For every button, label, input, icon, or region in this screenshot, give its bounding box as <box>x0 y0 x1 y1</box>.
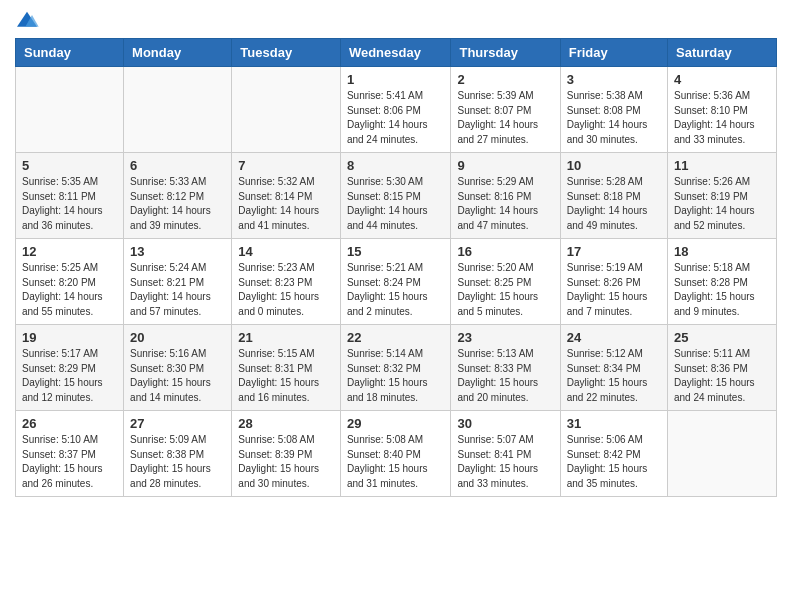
calendar-cell: 26Sunrise: 5:10 AM Sunset: 8:37 PM Dayli… <box>16 411 124 497</box>
day-number: 7 <box>238 158 334 173</box>
day-number: 1 <box>347 72 445 87</box>
calendar-week-row: 1Sunrise: 5:41 AM Sunset: 8:06 PM Daylig… <box>16 67 777 153</box>
day-detail: Sunrise: 5:29 AM Sunset: 8:16 PM Dayligh… <box>457 175 553 233</box>
day-number: 12 <box>22 244 117 259</box>
day-detail: Sunrise: 5:30 AM Sunset: 8:15 PM Dayligh… <box>347 175 445 233</box>
day-detail: Sunrise: 5:11 AM Sunset: 8:36 PM Dayligh… <box>674 347 770 405</box>
day-number: 21 <box>238 330 334 345</box>
day-number: 9 <box>457 158 553 173</box>
calendar-cell: 27Sunrise: 5:09 AM Sunset: 8:38 PM Dayli… <box>124 411 232 497</box>
calendar-week-row: 12Sunrise: 5:25 AM Sunset: 8:20 PM Dayli… <box>16 239 777 325</box>
day-detail: Sunrise: 5:08 AM Sunset: 8:40 PM Dayligh… <box>347 433 445 491</box>
day-detail: Sunrise: 5:07 AM Sunset: 8:41 PM Dayligh… <box>457 433 553 491</box>
day-number: 26 <box>22 416 117 431</box>
calendar-cell <box>16 67 124 153</box>
calendar-cell: 9Sunrise: 5:29 AM Sunset: 8:16 PM Daylig… <box>451 153 560 239</box>
day-detail: Sunrise: 5:06 AM Sunset: 8:42 PM Dayligh… <box>567 433 661 491</box>
day-detail: Sunrise: 5:41 AM Sunset: 8:06 PM Dayligh… <box>347 89 445 147</box>
day-detail: Sunrise: 5:09 AM Sunset: 8:38 PM Dayligh… <box>130 433 225 491</box>
calendar-cell: 5Sunrise: 5:35 AM Sunset: 8:11 PM Daylig… <box>16 153 124 239</box>
col-header-thursday: Thursday <box>451 39 560 67</box>
col-header-friday: Friday <box>560 39 667 67</box>
day-number: 28 <box>238 416 334 431</box>
calendar-cell: 29Sunrise: 5:08 AM Sunset: 8:40 PM Dayli… <box>340 411 451 497</box>
day-detail: Sunrise: 5:08 AM Sunset: 8:39 PM Dayligh… <box>238 433 334 491</box>
calendar-cell: 31Sunrise: 5:06 AM Sunset: 8:42 PM Dayli… <box>560 411 667 497</box>
calendar-week-row: 26Sunrise: 5:10 AM Sunset: 8:37 PM Dayli… <box>16 411 777 497</box>
day-detail: Sunrise: 5:10 AM Sunset: 8:37 PM Dayligh… <box>22 433 117 491</box>
day-number: 2 <box>457 72 553 87</box>
calendar-cell: 2Sunrise: 5:39 AM Sunset: 8:07 PM Daylig… <box>451 67 560 153</box>
day-number: 23 <box>457 330 553 345</box>
day-detail: Sunrise: 5:13 AM Sunset: 8:33 PM Dayligh… <box>457 347 553 405</box>
day-detail: Sunrise: 5:33 AM Sunset: 8:12 PM Dayligh… <box>130 175 225 233</box>
day-number: 18 <box>674 244 770 259</box>
day-detail: Sunrise: 5:38 AM Sunset: 8:08 PM Dayligh… <box>567 89 661 147</box>
calendar-cell: 30Sunrise: 5:07 AM Sunset: 8:41 PM Dayli… <box>451 411 560 497</box>
col-header-monday: Monday <box>124 39 232 67</box>
day-number: 8 <box>347 158 445 173</box>
logo <box>15 10 43 30</box>
calendar-header-row: SundayMondayTuesdayWednesdayThursdayFrid… <box>16 39 777 67</box>
calendar-cell: 10Sunrise: 5:28 AM Sunset: 8:18 PM Dayli… <box>560 153 667 239</box>
calendar-cell: 17Sunrise: 5:19 AM Sunset: 8:26 PM Dayli… <box>560 239 667 325</box>
day-number: 25 <box>674 330 770 345</box>
calendar-cell: 15Sunrise: 5:21 AM Sunset: 8:24 PM Dayli… <box>340 239 451 325</box>
calendar-cell: 28Sunrise: 5:08 AM Sunset: 8:39 PM Dayli… <box>232 411 341 497</box>
day-detail: Sunrise: 5:39 AM Sunset: 8:07 PM Dayligh… <box>457 89 553 147</box>
day-number: 15 <box>347 244 445 259</box>
logo-icon <box>15 10 39 30</box>
calendar-cell: 20Sunrise: 5:16 AM Sunset: 8:30 PM Dayli… <box>124 325 232 411</box>
day-detail: Sunrise: 5:17 AM Sunset: 8:29 PM Dayligh… <box>22 347 117 405</box>
calendar-cell: 23Sunrise: 5:13 AM Sunset: 8:33 PM Dayli… <box>451 325 560 411</box>
day-number: 14 <box>238 244 334 259</box>
day-detail: Sunrise: 5:23 AM Sunset: 8:23 PM Dayligh… <box>238 261 334 319</box>
calendar-cell: 4Sunrise: 5:36 AM Sunset: 8:10 PM Daylig… <box>668 67 777 153</box>
calendar-table: SundayMondayTuesdayWednesdayThursdayFrid… <box>15 38 777 497</box>
calendar-cell: 6Sunrise: 5:33 AM Sunset: 8:12 PM Daylig… <box>124 153 232 239</box>
day-detail: Sunrise: 5:18 AM Sunset: 8:28 PM Dayligh… <box>674 261 770 319</box>
col-header-sunday: Sunday <box>16 39 124 67</box>
day-detail: Sunrise: 5:12 AM Sunset: 8:34 PM Dayligh… <box>567 347 661 405</box>
day-detail: Sunrise: 5:15 AM Sunset: 8:31 PM Dayligh… <box>238 347 334 405</box>
day-detail: Sunrise: 5:25 AM Sunset: 8:20 PM Dayligh… <box>22 261 117 319</box>
day-number: 13 <box>130 244 225 259</box>
calendar-week-row: 19Sunrise: 5:17 AM Sunset: 8:29 PM Dayli… <box>16 325 777 411</box>
day-detail: Sunrise: 5:19 AM Sunset: 8:26 PM Dayligh… <box>567 261 661 319</box>
calendar-cell <box>232 67 341 153</box>
day-detail: Sunrise: 5:16 AM Sunset: 8:30 PM Dayligh… <box>130 347 225 405</box>
calendar-cell: 22Sunrise: 5:14 AM Sunset: 8:32 PM Dayli… <box>340 325 451 411</box>
day-number: 20 <box>130 330 225 345</box>
day-number: 4 <box>674 72 770 87</box>
day-detail: Sunrise: 5:36 AM Sunset: 8:10 PM Dayligh… <box>674 89 770 147</box>
col-header-wednesday: Wednesday <box>340 39 451 67</box>
day-number: 30 <box>457 416 553 431</box>
day-number: 22 <box>347 330 445 345</box>
calendar-cell: 11Sunrise: 5:26 AM Sunset: 8:19 PM Dayli… <box>668 153 777 239</box>
day-detail: Sunrise: 5:14 AM Sunset: 8:32 PM Dayligh… <box>347 347 445 405</box>
calendar-cell: 1Sunrise: 5:41 AM Sunset: 8:06 PM Daylig… <box>340 67 451 153</box>
day-detail: Sunrise: 5:20 AM Sunset: 8:25 PM Dayligh… <box>457 261 553 319</box>
calendar-cell: 14Sunrise: 5:23 AM Sunset: 8:23 PM Dayli… <box>232 239 341 325</box>
calendar-cell: 21Sunrise: 5:15 AM Sunset: 8:31 PM Dayli… <box>232 325 341 411</box>
day-number: 27 <box>130 416 225 431</box>
calendar-week-row: 5Sunrise: 5:35 AM Sunset: 8:11 PM Daylig… <box>16 153 777 239</box>
calendar-cell: 13Sunrise: 5:24 AM Sunset: 8:21 PM Dayli… <box>124 239 232 325</box>
day-number: 5 <box>22 158 117 173</box>
calendar-cell: 25Sunrise: 5:11 AM Sunset: 8:36 PM Dayli… <box>668 325 777 411</box>
col-header-saturday: Saturday <box>668 39 777 67</box>
day-number: 19 <box>22 330 117 345</box>
calendar-cell: 19Sunrise: 5:17 AM Sunset: 8:29 PM Dayli… <box>16 325 124 411</box>
calendar-cell: 12Sunrise: 5:25 AM Sunset: 8:20 PM Dayli… <box>16 239 124 325</box>
day-number: 3 <box>567 72 661 87</box>
calendar-cell: 18Sunrise: 5:18 AM Sunset: 8:28 PM Dayli… <box>668 239 777 325</box>
day-number: 31 <box>567 416 661 431</box>
calendar-cell: 7Sunrise: 5:32 AM Sunset: 8:14 PM Daylig… <box>232 153 341 239</box>
col-header-tuesday: Tuesday <box>232 39 341 67</box>
day-detail: Sunrise: 5:32 AM Sunset: 8:14 PM Dayligh… <box>238 175 334 233</box>
calendar-cell <box>124 67 232 153</box>
calendar-cell <box>668 411 777 497</box>
day-number: 16 <box>457 244 553 259</box>
day-detail: Sunrise: 5:21 AM Sunset: 8:24 PM Dayligh… <box>347 261 445 319</box>
header <box>15 10 777 30</box>
